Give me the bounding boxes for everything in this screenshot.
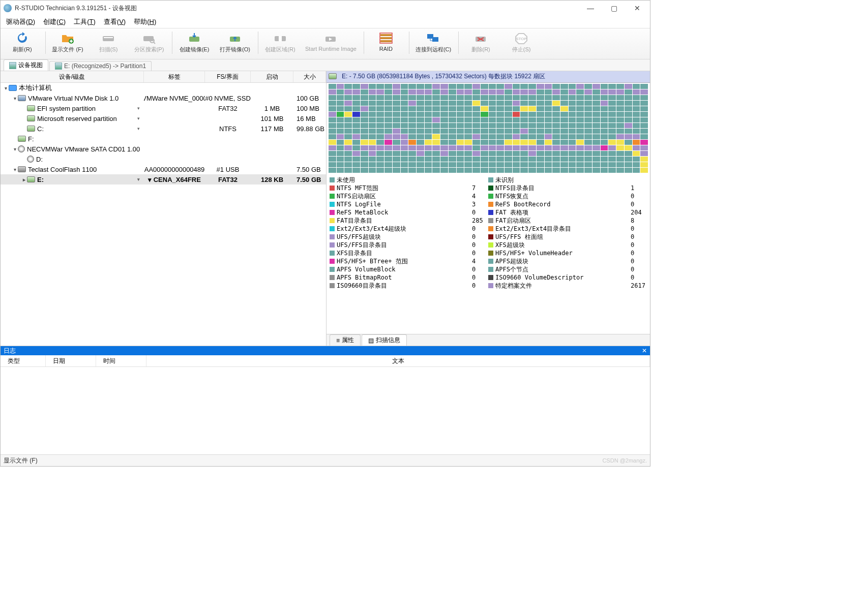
legend-row: Ext2/Ext3/Ext4目录条目0	[488, 225, 647, 233]
log-col-time[interactable]: 时间	[96, 355, 146, 366]
legend-row: ISO9660 VolumeDescriptor0	[488, 273, 647, 282]
scan-cell	[361, 134, 368, 139]
menu-D[interactable]: 驱动器(D)	[3, 16, 39, 27]
scan-cell	[537, 106, 544, 111]
scan-cell	[537, 95, 544, 100]
log-close-icon[interactable]: ✕	[642, 347, 647, 354]
device-row[interactable]: EFI system partition▾FAT321 MB100 MB	[1, 103, 326, 113]
toolbar-raid-button[interactable]: RAID	[366, 29, 406, 59]
scan-cell	[393, 101, 400, 106]
expand-icon[interactable]: ▾	[12, 96, 18, 101]
device-row[interactable]: Microsoft reserved partition▾101 MB16 MB	[1, 113, 326, 124]
log-col-date[interactable]: 日期	[46, 355, 96, 366]
device-row[interactable]: C:▾NTFS117 MB99.88 GB	[1, 124, 326, 134]
minimize-button[interactable]: —	[579, 1, 602, 16]
menu-H[interactable]: 帮助(H)	[130, 16, 160, 27]
device-row[interactable]: ▾VMware Virtual NVMe Disk 1.0VMWare NVME…	[1, 93, 326, 103]
expand-icon[interactable]: ▾	[12, 167, 18, 172]
maximize-button[interactable]: ▢	[602, 1, 626, 16]
col-header-start[interactable]: 启动	[251, 71, 293, 82]
device-row[interactable]: ▾Teclast CoolFlash 1100AA00000000000489#…	[1, 164, 326, 174]
scan-cell	[513, 168, 520, 173]
expand-icon[interactable]: ▾	[3, 85, 9, 91]
scan-cell	[633, 89, 640, 95]
tab[interactable]: E: (Recognized5) -> Partition1	[49, 61, 152, 71]
expand-icon[interactable]: ▾	[12, 146, 18, 152]
legend-value: 0	[472, 282, 488, 289]
scan-cell	[569, 140, 576, 145]
scan-cell	[449, 84, 456, 89]
scan-cell	[560, 106, 568, 111]
device-size	[293, 144, 326, 154]
legend-value: 0	[631, 250, 647, 257]
scan-cell	[528, 89, 536, 95]
toolbar-createimage-button[interactable]: 创建镜像(E)	[174, 29, 214, 59]
dropdown-icon[interactable]: ▾	[136, 116, 141, 121]
log-body[interactable]	[1, 367, 650, 454]
scan-cell	[432, 123, 440, 128]
menu-T[interactable]: 工具(T)	[70, 16, 99, 27]
log-col-text[interactable]: 文本	[146, 355, 650, 366]
toolbar-scan-button: 扫描(S)	[88, 29, 128, 59]
scan-cell	[449, 101, 456, 106]
toolbar-label: 分区搜索(P)	[134, 46, 164, 53]
legend-swatch	[330, 283, 335, 288]
tab[interactable]: 设备视图	[4, 59, 48, 71]
scan-cell	[408, 106, 416, 111]
menu-V[interactable]: 查看(V)	[100, 16, 129, 27]
dropdown-icon[interactable]: ▾	[136, 106, 141, 111]
scan-cell	[584, 151, 592, 156]
toolbar-openimage-button[interactable]: 打开镜像(O)	[215, 29, 255, 59]
dropdown-icon[interactable]: ▾	[136, 177, 141, 182]
scan-cell	[329, 157, 336, 162]
col-header-name[interactable]: 设备/磁盘	[1, 71, 144, 82]
legend-value: 7	[472, 184, 488, 192]
toolbar-remote-button[interactable]: 连接到远程(C)	[411, 29, 455, 59]
scan-cell	[481, 95, 488, 100]
tab-icon: ≡	[336, 337, 340, 344]
close-button[interactable]: ✕	[626, 1, 649, 16]
device-row[interactable]: F:	[1, 134, 326, 144]
scan-cell	[384, 117, 392, 122]
scan-cell	[625, 112, 632, 117]
menu-C[interactable]: 创建(C)	[40, 16, 69, 27]
device-row[interactable]: ▾NECVMWar VMware SATA CD01 1.00	[1, 144, 326, 154]
scan-cell	[344, 157, 352, 162]
scan-cell	[361, 129, 368, 134]
scan-cell	[401, 162, 408, 167]
scan-cell	[344, 89, 352, 95]
scan-cell	[408, 112, 416, 117]
device-tree-header: 设备/磁盘 标签 FS/界面 启动 大小	[1, 71, 326, 83]
right-tab[interactable]: ≡属性	[330, 334, 361, 346]
device-row[interactable]: ▸E:▾▾ CENA_X64FREFAT32128 KB7.50 GB	[1, 174, 326, 184]
col-header-size[interactable]: 大小	[293, 71, 326, 82]
scan-map[interactable]	[327, 83, 650, 175]
scan-cell	[489, 140, 496, 145]
dropdown-icon[interactable]: ▾	[136, 126, 141, 131]
legend-row: 未识别	[488, 176, 647, 184]
device-row[interactable]: D:	[1, 154, 326, 164]
scan-cell	[552, 89, 560, 95]
log-col-type[interactable]: 类型	[1, 355, 46, 366]
scan-cell	[425, 157, 432, 162]
scan-cell	[489, 168, 496, 173]
log-title-bar[interactable]: 日志 ✕	[1, 346, 650, 355]
scan-cell	[440, 129, 448, 134]
device-row[interactable]: ▾本地计算机	[1, 83, 326, 93]
scan-cell	[496, 89, 504, 95]
scan-cell	[489, 157, 496, 162]
device-tree-body[interactable]: ▾本地计算机▾VMware Virtual NVMe Disk 1.0VMWar…	[1, 83, 326, 346]
toolbar-showfiles-button[interactable]: 显示文件 (F)	[48, 29, 87, 59]
scan-cell	[616, 134, 624, 139]
scan-cell	[481, 162, 488, 167]
scan-cell	[384, 112, 392, 117]
toolbar-refresh-button[interactable]: 刷新(R)	[3, 29, 42, 59]
col-header-label[interactable]: 标签	[144, 71, 205, 82]
col-header-fs[interactable]: FS/界面	[205, 71, 251, 82]
tab-label: E: (Recognized5) -> Partition1	[64, 63, 146, 70]
expand-icon[interactable]: ▸	[21, 177, 27, 182]
scan-cell	[489, 151, 496, 156]
right-tab[interactable]: ▤扫描信息	[362, 334, 407, 346]
scan-cell	[528, 151, 536, 156]
scan-cell	[440, 117, 448, 122]
